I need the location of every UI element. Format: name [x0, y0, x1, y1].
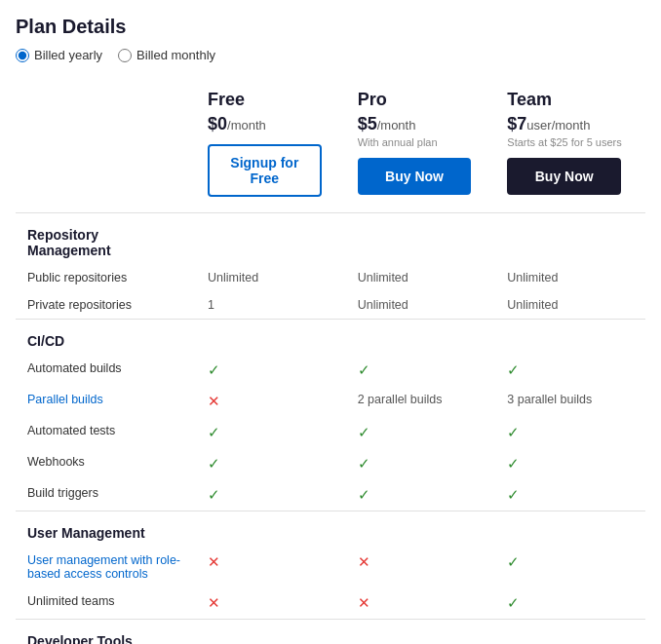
feature-value-2-1-2: ✓: [495, 587, 645, 619]
feature-value-1-1-0: ✕: [196, 386, 346, 417]
feature-label-1-2: Automated tests: [16, 417, 196, 448]
section-header-empty-2-2: [495, 511, 645, 547]
section-header-empty-0-1: [346, 212, 496, 264]
feature-label-0-1: Private repositories: [16, 291, 196, 319]
billing-toggle: Billed yearly Billed monthly: [16, 48, 645, 62]
feature-label-1-0: Automated builds: [16, 355, 196, 386]
feature-value-1-2-0: ✓: [196, 417, 346, 448]
feature-label-0-0: Public repositories: [16, 264, 196, 291]
pricing-page: Plan Details Billed yearly Billed monthl…: [0, 0, 661, 644]
billing-yearly-radio[interactable]: [16, 49, 29, 62]
cross-icon: ✕: [208, 594, 220, 611]
plan-price-pro: $5/month: [358, 114, 485, 134]
check-icon: ✓: [507, 594, 520, 611]
plan-price-amount-pro: $5: [358, 114, 377, 133]
cross-icon: ✕: [358, 594, 370, 611]
feature-value-1-0-0: ✓: [196, 355, 346, 386]
feature-value-1-3-0: ✓: [196, 448, 346, 479]
feature-value-0-0-0: Unlimited: [196, 264, 346, 291]
feature-value-1-4-2: ✓: [495, 479, 645, 511]
plan-price-amount-free: $0: [208, 114, 227, 133]
buy-now-pro-button[interactable]: Buy Now: [358, 158, 472, 195]
feature-label-2-1: Unlimited teams: [16, 587, 196, 619]
section-header-empty-3-1: [346, 619, 496, 644]
section-header-empty-2-0: [196, 511, 346, 547]
plan-header-free: Free $0/month Signup for Free: [196, 82, 346, 212]
section-header-empty-3-0: [196, 619, 346, 644]
cross-icon: ✕: [208, 553, 220, 570]
section-header-2: User Management: [16, 511, 196, 547]
check-icon: ✓: [358, 361, 370, 378]
check-icon: ✓: [208, 361, 220, 378]
plan-header-pro: Pro $5/month With annual plan Buy Now: [346, 82, 496, 212]
check-icon: ✓: [507, 455, 520, 472]
billing-yearly-label: Billed yearly: [34, 48, 102, 62]
feature-value-2-0-2: ✓: [495, 547, 645, 587]
section-header-empty-3-2: [495, 619, 645, 644]
plan-name-pro: Pro: [358, 90, 485, 110]
feature-value-0-1-1: Unlimited: [346, 291, 496, 319]
feature-value-1-4-1: ✓: [346, 479, 496, 511]
feature-value-1-1-2: 3 parallel builds: [495, 386, 645, 417]
feature-value-2-0-1: ✕: [346, 547, 496, 587]
feature-label-2-0: User management with role-based access c…: [16, 547, 196, 587]
plan-note-pro: With annual plan: [358, 136, 485, 148]
section-header-empty-1-0: [196, 319, 346, 355]
buy-now-team-button[interactable]: Buy Now: [507, 158, 621, 195]
feature-value-1-2-2: ✓: [495, 417, 645, 448]
check-icon: ✓: [208, 455, 220, 472]
feature-value-0-1-0: 1: [196, 291, 346, 319]
feature-value-1-0-2: ✓: [495, 355, 645, 386]
feature-value-2-1-0: ✕: [196, 587, 346, 619]
plan-price-unit-free: /month: [227, 118, 266, 133]
billing-monthly-label: Billed monthly: [136, 48, 215, 62]
feature-value-1-3-1: ✓: [346, 448, 496, 479]
feature-label-1-4: Build triggers: [16, 479, 196, 511]
section-header-empty-2-1: [346, 511, 496, 547]
page-title: Plan Details: [16, 16, 645, 38]
feature-value-1-3-2: ✓: [495, 448, 645, 479]
billing-yearly-option[interactable]: Billed yearly: [16, 48, 102, 62]
check-icon: ✓: [208, 424, 220, 440]
section-header-3: Developer Tools: [16, 619, 196, 644]
plan-price-amount-team: $7: [507, 114, 526, 133]
check-icon: ✓: [507, 424, 520, 440]
plan-price-team: $7user/month: [507, 114, 634, 134]
check-icon: ✓: [358, 486, 370, 503]
feature-value-1-0-1: ✓: [346, 355, 496, 386]
check-icon: ✓: [507, 361, 520, 378]
section-header-empty-0-2: [495, 212, 645, 264]
pricing-grid: Free $0/month Signup for Free Pro $5/mon…: [16, 82, 645, 644]
feature-value-0-0-1: Unlimited: [346, 264, 496, 291]
feature-value-0-1-2: Unlimited: [495, 291, 645, 319]
feature-value-1-2-1: ✓: [346, 417, 496, 448]
plan-price-unit-team: user/month: [526, 118, 590, 133]
feature-value-0-0-2: Unlimited: [495, 264, 645, 291]
plan-name-team: Team: [507, 90, 634, 110]
cross-icon: ✕: [208, 393, 220, 409]
feature-value-1-1-1: 2 parallel builds: [346, 386, 496, 417]
feature-label-1-1: Parallel builds: [16, 386, 196, 417]
header-empty: [16, 82, 196, 212]
plan-price-free: $0/month: [208, 114, 334, 134]
feature-value-2-0-0: ✕: [196, 547, 346, 587]
section-header-0: Repository Management: [16, 212, 196, 264]
check-icon: ✓: [208, 486, 220, 503]
check-icon: ✓: [358, 455, 370, 472]
check-icon: ✓: [507, 553, 520, 570]
billing-monthly-radio[interactable]: [118, 49, 132, 62]
signup-free-button[interactable]: Signup for Free: [208, 144, 322, 197]
section-header-empty-1-1: [346, 319, 496, 355]
plan-price-unit-pro: /month: [377, 118, 416, 133]
plan-header-team: Team $7user/month Starts at $25 for 5 us…: [495, 82, 645, 212]
section-header-1: CI/CD: [16, 319, 196, 355]
check-icon: ✓: [358, 424, 370, 440]
plan-name-free: Free: [208, 90, 334, 110]
billing-monthly-option[interactable]: Billed monthly: [118, 48, 215, 62]
feature-label-1-3: Webhooks: [16, 448, 196, 479]
feature-value-1-4-0: ✓: [196, 479, 346, 511]
check-icon: ✓: [507, 486, 520, 503]
feature-value-2-1-1: ✕: [346, 587, 496, 619]
cross-icon: ✕: [358, 553, 370, 570]
section-header-empty-0-0: [196, 212, 346, 264]
